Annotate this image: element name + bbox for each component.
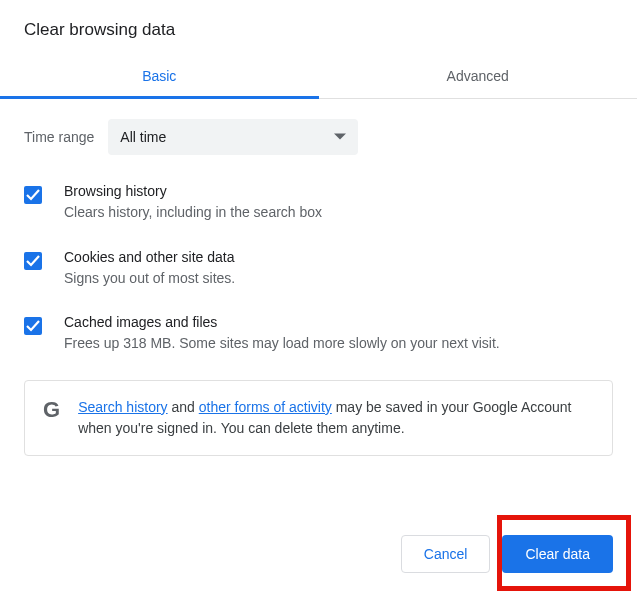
tabs: Basic Advanced [0,56,637,99]
cancel-button[interactable]: Cancel [401,535,491,573]
option-browsing-history: Browsing history Clears history, includi… [24,183,613,223]
dialog-title: Clear browsing data [0,0,637,56]
time-range-value: All time [120,129,166,145]
google-account-notice: G Search history and other forms of acti… [24,380,613,456]
notice-text: Search history and other forms of activi… [78,397,594,439]
chevron-down-icon [334,131,346,143]
option-title: Browsing history [64,183,613,199]
google-g-icon: G [43,399,60,421]
dialog-footer: Cancel Clear data [401,535,613,573]
other-activity-link[interactable]: other forms of activity [199,399,332,415]
option-title: Cached images and files [64,314,613,330]
tab-basic[interactable]: Basic [0,56,319,98]
time-range-select[interactable]: All time [108,119,358,155]
checkbox-cache[interactable] [24,317,42,335]
dialog-body: Time range All time Browsing history Cle… [0,99,637,456]
clear-browsing-data-dialog: Clear browsing data Basic Advanced Time … [0,0,637,456]
tab-advanced-label: Advanced [447,68,509,84]
clear-data-button[interactable]: Clear data [502,535,613,573]
time-range-row: Time range All time [24,119,613,155]
tab-advanced[interactable]: Advanced [319,56,638,98]
search-history-link[interactable]: Search history [78,399,167,415]
option-desc: Clears history, including in the search … [64,203,613,223]
option-cookies: Cookies and other site data Signs you ou… [24,249,613,289]
tab-basic-label: Basic [142,68,176,84]
option-desc: Signs you out of most sites. [64,269,613,289]
time-range-label: Time range [24,129,94,145]
option-desc: Frees up 318 MB. Some sites may load mor… [64,334,613,354]
checkbox-browsing-history[interactable] [24,186,42,204]
option-cache: Cached images and files Frees up 318 MB.… [24,314,613,354]
notice-text-mid: and [168,399,199,415]
option-title: Cookies and other site data [64,249,613,265]
checkbox-cookies[interactable] [24,252,42,270]
clear-data-button-label: Clear data [525,546,590,562]
cancel-button-label: Cancel [424,546,468,562]
